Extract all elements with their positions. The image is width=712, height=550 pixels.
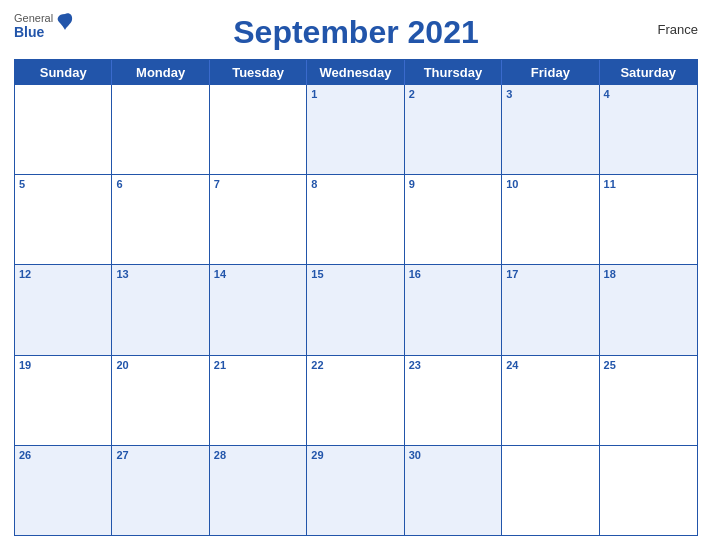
day-cell-12: 12 — [15, 265, 112, 354]
day-cell-13: 13 — [112, 265, 209, 354]
day-number: 24 — [506, 359, 518, 371]
day-number: 11 — [604, 178, 616, 190]
day-number: 10 — [506, 178, 518, 190]
day-cell-11: 11 — [600, 175, 697, 264]
day-cell-17: 17 — [502, 265, 599, 354]
day-number: 19 — [19, 359, 31, 371]
day-cell-empty-0-2 — [210, 85, 307, 174]
header-friday: Friday — [502, 60, 599, 85]
day-number: 29 — [311, 449, 323, 461]
day-number: 21 — [214, 359, 226, 371]
header-saturday: Saturday — [600, 60, 697, 85]
day-number: 3 — [506, 88, 512, 100]
day-cell-30: 30 — [405, 446, 502, 535]
calendar: General Blue September 2021 France Sunda… — [0, 0, 712, 550]
day-number: 2 — [409, 88, 415, 100]
day-number: 23 — [409, 359, 421, 371]
week-row-2: 12131415161718 — [15, 264, 697, 354]
calendar-title: September 2021 — [233, 14, 478, 51]
day-cell-empty-4-6 — [600, 446, 697, 535]
day-cell-16: 16 — [405, 265, 502, 354]
day-cell-18: 18 — [600, 265, 697, 354]
day-number: 25 — [604, 359, 616, 371]
day-number: 28 — [214, 449, 226, 461]
day-cell-14: 14 — [210, 265, 307, 354]
week-row-3: 19202122232425 — [15, 355, 697, 445]
header-wednesday: Wednesday — [307, 60, 404, 85]
day-cell-22: 22 — [307, 356, 404, 445]
day-number: 16 — [409, 268, 421, 280]
day-cell-15: 15 — [307, 265, 404, 354]
day-cell-8: 8 — [307, 175, 404, 264]
day-cell-10: 10 — [502, 175, 599, 264]
week-row-1: 567891011 — [15, 174, 697, 264]
day-cell-26: 26 — [15, 446, 112, 535]
day-number: 12 — [19, 268, 31, 280]
day-number: 14 — [214, 268, 226, 280]
week-row-4: 2627282930 — [15, 445, 697, 535]
day-cell-5: 5 — [15, 175, 112, 264]
day-number: 30 — [409, 449, 421, 461]
day-cell-empty-0-0 — [15, 85, 112, 174]
day-headers-row: Sunday Monday Tuesday Wednesday Thursday… — [15, 60, 697, 85]
day-cell-27: 27 — [112, 446, 209, 535]
day-number: 8 — [311, 178, 317, 190]
logo: General Blue — [14, 12, 75, 40]
logo-bird-icon — [55, 12, 75, 36]
day-number: 20 — [116, 359, 128, 371]
day-cell-3: 3 — [502, 85, 599, 174]
day-cell-21: 21 — [210, 356, 307, 445]
day-cell-29: 29 — [307, 446, 404, 535]
day-number: 26 — [19, 449, 31, 461]
day-cell-1: 1 — [307, 85, 404, 174]
day-number: 7 — [214, 178, 220, 190]
day-number: 9 — [409, 178, 415, 190]
day-cell-23: 23 — [405, 356, 502, 445]
day-cell-19: 19 — [15, 356, 112, 445]
logo-blue-text: Blue — [14, 24, 53, 40]
day-cell-empty-4-5 — [502, 446, 599, 535]
day-number: 6 — [116, 178, 122, 190]
header-tuesday: Tuesday — [210, 60, 307, 85]
day-number: 1 — [311, 88, 317, 100]
day-cell-4: 4 — [600, 85, 697, 174]
day-cell-2: 2 — [405, 85, 502, 174]
day-number: 18 — [604, 268, 616, 280]
day-number: 17 — [506, 268, 518, 280]
day-cell-empty-0-1 — [112, 85, 209, 174]
header-sunday: Sunday — [15, 60, 112, 85]
day-cell-20: 20 — [112, 356, 209, 445]
day-cell-24: 24 — [502, 356, 599, 445]
header-thursday: Thursday — [405, 60, 502, 85]
day-number: 22 — [311, 359, 323, 371]
day-number: 13 — [116, 268, 128, 280]
calendar-grid: Sunday Monday Tuesday Wednesday Thursday… — [14, 59, 698, 536]
day-number: 27 — [116, 449, 128, 461]
header-monday: Monday — [112, 60, 209, 85]
day-cell-28: 28 — [210, 446, 307, 535]
logo-general-text: General — [14, 12, 53, 24]
country-label: France — [658, 22, 698, 37]
day-number: 15 — [311, 268, 323, 280]
day-cell-25: 25 — [600, 356, 697, 445]
day-cell-9: 9 — [405, 175, 502, 264]
day-number: 4 — [604, 88, 610, 100]
day-cell-7: 7 — [210, 175, 307, 264]
calendar-header: General Blue September 2021 France — [14, 10, 698, 51]
week-row-0: 1234 — [15, 85, 697, 174]
day-cell-6: 6 — [112, 175, 209, 264]
weeks-container: 1234567891011121314151617181920212223242… — [15, 85, 697, 535]
day-number: 5 — [19, 178, 25, 190]
